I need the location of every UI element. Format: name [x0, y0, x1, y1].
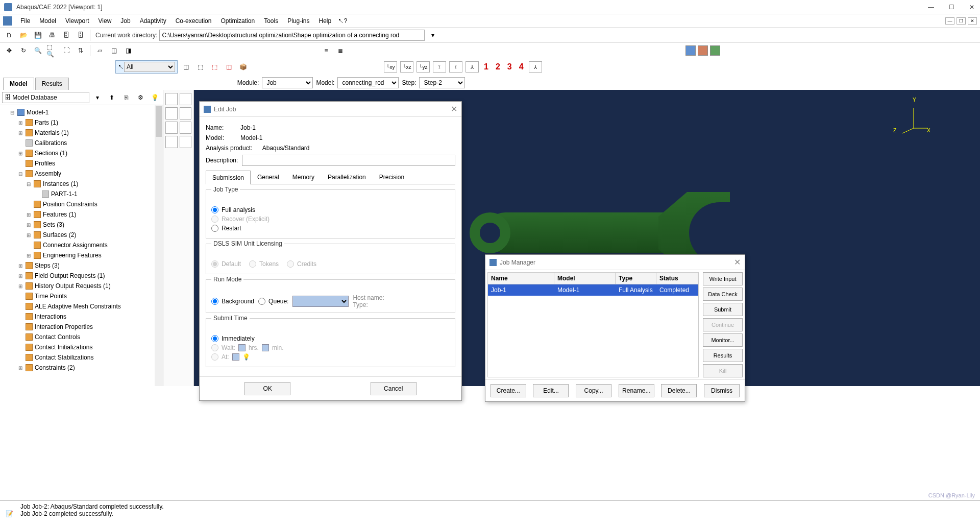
model-tree[interactable]: ⊟Model-1 ⊞Parts (1) ⊞Materials (1) Calib… — [0, 105, 163, 386]
jobmgr-close-button[interactable]: ✕ — [734, 257, 741, 267]
dismiss-button[interactable]: Dismiss — [704, 384, 740, 397]
menu-plugins[interactable]: Plug-ins — [283, 16, 313, 26]
results-button[interactable]: Results — [703, 349, 743, 362]
tab-memory[interactable]: Memory — [286, 170, 321, 184]
open-file-icon[interactable]: 📂 — [17, 29, 30, 41]
menu-model[interactable]: Model — [35, 16, 60, 26]
csys-3d2-icon[interactable]: ⟟ — [449, 61, 462, 73]
radio-full-analysis[interactable]: Full analysis — [211, 206, 450, 213]
tree-sections[interactable]: Sections (1) — [35, 150, 67, 157]
selection-filter-select[interactable]: All — [124, 62, 175, 72]
module-select[interactable]: Job — [262, 77, 313, 88]
sel4-icon[interactable]: 📦 — [237, 61, 249, 73]
csys-yz-icon[interactable]: └yz — [416, 61, 430, 73]
menu-optimization[interactable]: Optimization — [216, 16, 259, 26]
csys-custom-icon[interactable]: ⅄ — [529, 61, 542, 73]
submit-button[interactable]: Submit — [703, 303, 743, 316]
tree-bulb-icon[interactable]: 💡 — [149, 91, 161, 104]
tree-steps[interactable]: Steps (3) — [35, 262, 60, 269]
tree-parts[interactable]: Parts (1) — [35, 119, 58, 126]
tree-contactinit[interactable]: Contact Initializations — [35, 344, 92, 351]
bulb-icon[interactable]: 💡 — [242, 353, 250, 361]
sel2-icon[interactable]: ⬚ — [208, 61, 220, 73]
tree-contactstab[interactable]: Contact Stabilizations — [35, 354, 93, 361]
save-icon[interactable]: 💾 — [32, 29, 44, 41]
copy-button[interactable]: Copy... — [576, 384, 611, 397]
tool-1[interactable] — [165, 93, 178, 105]
list2-icon[interactable]: ≣ — [334, 44, 347, 57]
tool-8[interactable] — [180, 136, 192, 148]
cancel-button[interactable]: Cancel — [371, 382, 416, 395]
tree-up-icon[interactable]: ⬆ — [106, 91, 118, 104]
csys-xz-icon[interactable]: └xz — [400, 61, 413, 73]
tree-materials[interactable]: Materials (1) — [35, 129, 69, 136]
tree-timepoints[interactable]: Time Points — [35, 293, 67, 300]
tree-intprops[interactable]: Interaction Properties — [35, 323, 93, 330]
tree-root[interactable]: Model-1 — [27, 109, 48, 116]
tab-general[interactable]: General — [251, 170, 286, 184]
ok-button[interactable]: OK — [244, 382, 290, 395]
view-2[interactable]: 2 — [494, 62, 502, 71]
tree-instances[interactable]: Instances (1) — [43, 180, 78, 187]
pan-icon[interactable]: ✥ — [3, 44, 15, 57]
tree-profiles[interactable]: Profiles — [35, 160, 55, 167]
tool-4[interactable] — [180, 107, 192, 119]
rename-button[interactable]: Rename... — [619, 384, 654, 397]
print-icon[interactable]: 🖶 — [46, 29, 58, 41]
menu-tools[interactable]: Tools — [260, 16, 282, 26]
tool-7[interactable] — [165, 136, 178, 148]
fit-icon[interactable]: ⛶ — [60, 44, 72, 57]
csys-tri-icon[interactable]: ⅄ — [465, 61, 479, 73]
minimize-button[interactable]: — — [927, 3, 935, 11]
tree-connectors[interactable]: Connector Assignments — [43, 242, 108, 249]
database-icon[interactable]: 🗄 — [60, 29, 72, 41]
tab-submission[interactable]: Submission — [206, 171, 251, 184]
menu-view[interactable]: View — [94, 16, 116, 26]
monitor-button[interactable]: Monitor... — [703, 333, 743, 347]
mdi-restore-button[interactable]: ❐ — [957, 17, 966, 25]
tool-2[interactable] — [180, 93, 192, 105]
new-file-icon[interactable]: 🗋 — [3, 29, 15, 41]
view-3[interactable]: 3 — [505, 62, 514, 71]
view-4[interactable]: 4 — [517, 62, 526, 71]
menu-job[interactable]: Job — [116, 16, 134, 26]
tree-part11[interactable]: PART-1-1 — [51, 190, 78, 198]
tool-5[interactable] — [165, 122, 178, 134]
col-name[interactable]: Name — [488, 273, 554, 284]
tree-calibrations[interactable]: Calibrations — [35, 139, 67, 147]
tree-ale[interactable]: ALE Adaptive Mesh Constraints — [35, 303, 121, 310]
hidden-icon[interactable]: ◫ — [108, 44, 120, 57]
delete-button[interactable]: Delete... — [661, 384, 697, 397]
queue-select[interactable] — [292, 296, 349, 307]
rotate-icon[interactable]: ↻ — [17, 44, 30, 57]
tree-assembly[interactable]: Assembly — [35, 170, 61, 177]
create-button[interactable]: Create... — [491, 384, 526, 397]
mdi-close-button[interactable]: ✕ — [968, 17, 977, 25]
description-input[interactable] — [242, 155, 455, 166]
view-1[interactable]: 1 — [482, 62, 491, 71]
wireframe-icon[interactable]: ▱ — [93, 44, 106, 57]
message-text[interactable]: Job Job-2: Abaqus/Standard completed suc… — [18, 501, 980, 526]
tree-features[interactable]: Features (1) — [43, 211, 76, 218]
radio-background[interactable]: Background — [211, 298, 254, 305]
database-selector[interactable]: 🗄 Model Database — [2, 92, 89, 103]
tree-historyoutput[interactable]: History Output Requests (1) — [35, 282, 111, 290]
tree-surfaces[interactable]: Surfaces (2) — [43, 231, 76, 238]
tool-6[interactable] — [180, 122, 192, 134]
data-check-button[interactable]: Data Check — [703, 288, 743, 301]
col-model[interactable]: Model — [554, 273, 616, 284]
shaded-icon[interactable]: ◨ — [122, 44, 134, 57]
radio-immediately[interactable]: Immediately — [211, 335, 450, 342]
tree-fieldoutput[interactable]: Field Output Requests (1) — [35, 272, 105, 279]
close-button[interactable]: ✕ — [968, 3, 976, 11]
tree-copy-icon[interactable]: ⎘ — [120, 91, 132, 104]
tree-posconstraints[interactable]: Position Constraints — [43, 201, 97, 208]
tree-interactions[interactable]: Interactions — [35, 313, 66, 320]
tree-sets[interactable]: Sets (3) — [43, 221, 64, 228]
menu-help[interactable]: Help — [315, 16, 336, 26]
sel1-icon[interactable]: ⬚ — [194, 61, 206, 73]
dialog-close-button[interactable]: ✕ — [451, 104, 457, 114]
tree-engfeatures[interactable]: Engineering Features — [43, 252, 102, 259]
zoom-icon[interactable]: 🔍 — [32, 44, 44, 57]
job-table[interactable]: Name Model Type Status Job-1 Model-1 Ful… — [487, 272, 699, 377]
